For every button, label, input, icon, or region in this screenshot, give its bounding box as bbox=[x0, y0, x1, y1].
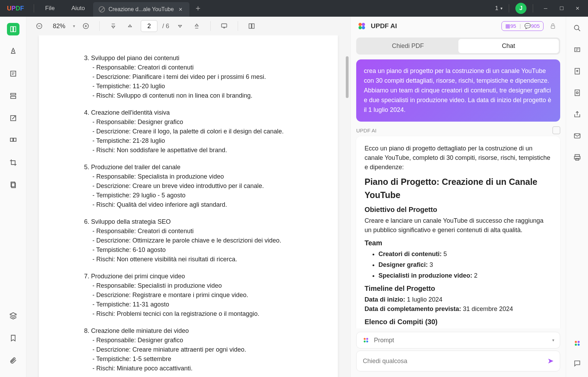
task-line: - Descrizione: Registrare e montare i pr… bbox=[92, 290, 320, 300]
page-input[interactable] bbox=[141, 20, 157, 32]
presentation-icon[interactable] bbox=[218, 20, 230, 32]
divider bbox=[34, 4, 34, 13]
chevron-down-icon: ▾ bbox=[552, 338, 554, 343]
pdf-page: 3. Sviluppo del piano dei contenuti- Res… bbox=[39, 35, 338, 377]
task-line: - Responsabile: Designer grafico bbox=[92, 117, 320, 127]
divider bbox=[99, 21, 100, 31]
close-button[interactable]: ✕ bbox=[571, 2, 584, 15]
send-button[interactable]: ➤ bbox=[547, 356, 554, 366]
titlebar: UPDF File Aiuto Creazione d...ale YouTub… bbox=[0, 0, 588, 17]
divider bbox=[509, 4, 509, 13]
task-line: - Rischi: Non ottenere visibilità nei ri… bbox=[92, 255, 320, 264]
tab-close-icon[interactable]: × bbox=[177, 6, 184, 13]
window-count[interactable]: 1▾ bbox=[495, 5, 503, 12]
task-line: - Responsabile: Creatori di contenuti bbox=[92, 227, 320, 236]
task-line: - Responsabile: Designer grafico bbox=[92, 336, 320, 345]
tab-ask-pdf[interactable]: Chiedi PDF bbox=[358, 39, 458, 53]
task-line: - Responsabile: Creatori di contenuti bbox=[92, 63, 320, 72]
form-icon[interactable] bbox=[7, 90, 19, 102]
task-title: 4. Creazione dell'identità visiva bbox=[84, 108, 320, 117]
add-tab-button[interactable]: + bbox=[189, 3, 207, 13]
svg-point-34 bbox=[578, 344, 580, 346]
ai-tabs: Chiedi PDF Chat bbox=[356, 38, 560, 55]
svg-rect-17 bbox=[551, 26, 555, 28]
compress-icon[interactable] bbox=[7, 179, 19, 191]
lock-icon[interactable] bbox=[546, 23, 560, 29]
task-title: 5. Produzione del trailer del canale bbox=[84, 163, 320, 172]
task-title: 8. Creazione delle miniature dei video bbox=[84, 326, 320, 336]
share-icon[interactable] bbox=[572, 109, 582, 120]
task-line: - Rischi: Qualità del video inferiore ag… bbox=[92, 200, 320, 210]
task-line: - Tempistiche: 29 luglio - 5 agosto bbox=[92, 191, 320, 200]
task-line: - Tempistiche: 21-28 luglio bbox=[92, 136, 320, 146]
task-line: - Descrizione: Creare il logo, la palett… bbox=[92, 127, 320, 136]
tab-doc-icon bbox=[99, 6, 105, 13]
minimize-button[interactable]: ─ bbox=[539, 2, 552, 15]
bookmark-icon[interactable] bbox=[7, 332, 19, 344]
print-icon[interactable] bbox=[572, 152, 582, 163]
zoom-in-icon[interactable] bbox=[80, 20, 92, 32]
right-sidebar bbox=[566, 17, 588, 377]
tab-chat[interactable]: Chat bbox=[458, 39, 559, 53]
chat-scroll[interactable]: crea un piano di progetto per la costruz… bbox=[351, 57, 566, 328]
search-icon[interactable] bbox=[572, 23, 582, 33]
task-line: - Tempistiche: 6-10 agosto bbox=[92, 245, 320, 255]
task-line: - Responsabile: Specialisti in produzion… bbox=[92, 281, 320, 290]
zoom-dropdown-icon[interactable]: ▾ bbox=[73, 24, 75, 28]
user-avatar[interactable]: J bbox=[515, 3, 526, 14]
zoom-level[interactable]: 82% bbox=[50, 23, 68, 30]
edit-text-icon[interactable] bbox=[7, 67, 19, 80]
team-item: Designer grafici: 3 bbox=[378, 260, 552, 270]
document-viewport[interactable]: 3. Sviluppo del piano dei contenuti- Res… bbox=[26, 35, 350, 377]
scrollbar-thumb[interactable] bbox=[346, 56, 349, 98]
ai-h2: Piano di Progetto: Creazione di un Canal… bbox=[365, 175, 552, 202]
credits-badge[interactable]: ▦95 | 💬905 bbox=[501, 21, 544, 31]
organize-icon[interactable] bbox=[7, 134, 19, 147]
maximize-button[interactable]: ☐ bbox=[555, 2, 568, 15]
first-page-icon[interactable] bbox=[107, 20, 119, 32]
svg-rect-0 bbox=[10, 71, 16, 76]
prompt-selector[interactable]: Prompt ▾ bbox=[356, 332, 560, 349]
page-total: / 6 bbox=[162, 23, 169, 30]
copy-icon[interactable] bbox=[553, 126, 560, 134]
task-line: - Responsabile: Specialista in produzion… bbox=[92, 172, 320, 181]
task-line: - Rischi: Sviluppo di contenuti non in l… bbox=[92, 91, 320, 100]
ai-panel: UPDF AI ▦95 | 💬905 Chiedi PDF Chat crea … bbox=[350, 17, 566, 377]
convert-icon[interactable] bbox=[572, 66, 582, 76]
svg-point-19 bbox=[366, 338, 368, 340]
document-tab[interactable]: Creazione d...ale YouTube × bbox=[93, 2, 189, 17]
protect-icon[interactable] bbox=[572, 88, 582, 98]
prompt-logo-icon bbox=[362, 336, 370, 344]
layers-icon[interactable] bbox=[7, 310, 19, 322]
svg-point-16 bbox=[362, 26, 365, 29]
chat-input[interactable] bbox=[363, 358, 547, 365]
signature-icon[interactable] bbox=[7, 112, 19, 124]
svg-point-14 bbox=[362, 23, 365, 26]
divider bbox=[533, 4, 533, 13]
menu-file[interactable]: File bbox=[37, 5, 63, 12]
task-line: - Descrizione: Creare miniature attraent… bbox=[92, 345, 320, 354]
ai-response-label: UPDF AI bbox=[356, 126, 560, 134]
ai-message: Ecco un piano di progetto dettagliato pe… bbox=[356, 136, 560, 328]
email-icon[interactable] bbox=[572, 131, 582, 141]
svg-rect-4 bbox=[10, 138, 13, 141]
page-layout-icon[interactable] bbox=[246, 20, 258, 32]
crop-icon[interactable] bbox=[7, 156, 19, 169]
toolbar: 82% ▾ / 6 bbox=[26, 17, 350, 35]
svg-rect-12 bbox=[252, 24, 254, 28]
reader-mode-icon[interactable] bbox=[7, 23, 19, 35]
last-page-icon[interactable] bbox=[191, 20, 203, 32]
chat-input-bar: ➤ bbox=[356, 351, 560, 371]
zoom-out-icon[interactable] bbox=[33, 20, 45, 32]
ai-toggle-icon[interactable] bbox=[572, 338, 582, 349]
prev-page-icon[interactable] bbox=[124, 20, 136, 32]
task-line: - Descrizione: Ottimizzare le parole chi… bbox=[92, 236, 320, 245]
comment-icon[interactable] bbox=[572, 358, 582, 369]
next-page-icon[interactable] bbox=[174, 20, 186, 32]
highlight-icon[interactable] bbox=[7, 45, 19, 58]
svg-point-13 bbox=[359, 23, 362, 26]
attachment-icon[interactable] bbox=[7, 354, 19, 367]
menu-help[interactable]: Aiuto bbox=[63, 5, 93, 12]
ocr-icon[interactable] bbox=[572, 44, 582, 55]
svg-rect-1 bbox=[10, 93, 16, 95]
